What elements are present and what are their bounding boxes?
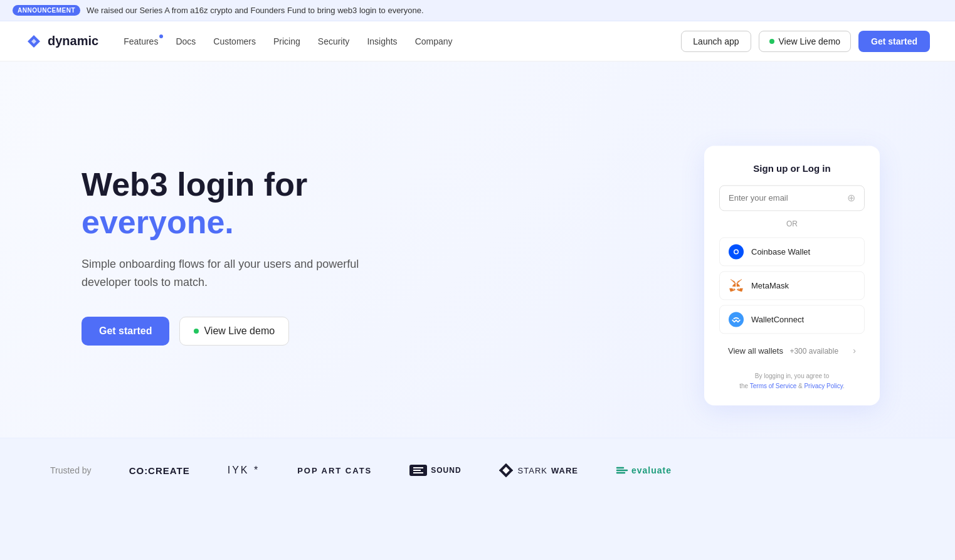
- live-indicator-dot: [769, 39, 774, 44]
- svg-marker-3: [737, 279, 742, 283]
- email-input[interactable]: [729, 193, 847, 203]
- privacy-policy-link[interactable]: Privacy Policy: [804, 383, 843, 389]
- svg-marker-5: [739, 288, 743, 292]
- view-all-wallets[interactable]: View all wallets +300 available ›: [719, 339, 865, 362]
- nav-company[interactable]: Company: [415, 36, 453, 46]
- svg-marker-8: [737, 283, 740, 287]
- walletconnect-icon: [729, 312, 744, 327]
- starkware-label: STARKWARE: [518, 466, 578, 475]
- view-live-demo-button[interactable]: View Live demo: [759, 31, 852, 52]
- trusted-row: Trusted by CO:CREATE IYK * POP ART CATS: [50, 463, 905, 477]
- view-all-wallets-arrow-icon: ›: [853, 346, 856, 356]
- features-dot: [159, 34, 163, 38]
- brand-popart: POP ART CATS: [297, 466, 372, 475]
- nav-security[interactable]: Security: [318, 36, 350, 46]
- hero-buttons: Get started View Live demo: [82, 317, 420, 346]
- nav-docs[interactable]: Docs: [176, 36, 196, 46]
- hero-subtext: Simple onboarding flows for all your use…: [82, 255, 420, 292]
- nav-links: Features Docs Customers Pricing Security…: [124, 36, 681, 46]
- nav-customers[interactable]: Customers: [213, 36, 256, 46]
- hero-heading: Web3 login for everyone.: [82, 166, 420, 241]
- coinbase-wallet-option[interactable]: Coinbase Wallet: [719, 237, 865, 266]
- hero-section: Web3 login for everyone. Simple onboardi…: [0, 61, 955, 438]
- navbar: dynamic Features Docs Customers Pricing …: [0, 21, 955, 61]
- svg-marker-9: [734, 288, 736, 291]
- walletconnect-wallet-name: WalletConnect: [751, 315, 804, 324]
- trusted-label: Trusted by: [50, 465, 92, 475]
- metamask-icon: [729, 278, 744, 293]
- view-all-wallets-count: +300 available: [789, 347, 838, 356]
- nav-pricing[interactable]: Pricing: [273, 36, 300, 46]
- coinbase-icon: [729, 244, 744, 259]
- email-input-wrap[interactable]: ⊕: [719, 185, 865, 211]
- get-started-hero-button[interactable]: Get started: [82, 317, 169, 346]
- brand-cocreate: CO:CREATE: [129, 465, 190, 476]
- metamask-wallet-name: MetaMask: [751, 281, 789, 290]
- terms-of-service-link[interactable]: Terms of Service: [750, 383, 796, 389]
- nav-features[interactable]: Features: [124, 36, 158, 46]
- coinbase-wallet-name: Coinbase Wallet: [751, 247, 810, 256]
- email-submit-icon: ⊕: [847, 192, 855, 204]
- brand-iyk: IYK *: [228, 465, 260, 476]
- sound-label: SOUND: [431, 466, 461, 475]
- announcement-text: We raised our Series A from a16z crypto …: [87, 6, 423, 15]
- or-divider: OR: [719, 219, 865, 228]
- brand-evaluate: evaluate: [616, 465, 672, 475]
- launch-app-button[interactable]: Launch app: [681, 31, 751, 52]
- evaluate-label: evaluate: [631, 465, 672, 475]
- logo[interactable]: dynamic: [25, 33, 98, 50]
- login-card-title: Sign up or Log in: [719, 163, 865, 174]
- svg-point-2: [735, 250, 738, 253]
- view-all-wallets-text: View all wallets: [728, 346, 783, 356]
- svg-marker-6: [730, 288, 734, 292]
- brand-logos: CO:CREATE IYK * POP ART CATS SOUND: [129, 463, 905, 477]
- login-card: Sign up or Log in ⊕ OR Coinbase Wallet: [704, 145, 880, 405]
- nav-insights[interactable]: Insights: [367, 36, 397, 46]
- view-demo-hero-button[interactable]: View Live demo: [179, 317, 289, 346]
- svg-marker-4: [731, 279, 736, 283]
- brand-starkware: STARKWARE: [499, 463, 578, 477]
- svg-marker-10: [737, 288, 739, 291]
- nav-actions: Launch app View Live demo Get started: [681, 31, 930, 52]
- terms-text: By logging in, you agree to the Terms of…: [719, 371, 865, 391]
- walletconnect-wallet-option[interactable]: WalletConnect: [719, 305, 865, 334]
- hero-left: Web3 login for everyone. Simple onboardi…: [82, 166, 420, 345]
- trusted-section: Trusted by CO:CREATE IYK * POP ART CATS: [0, 438, 955, 509]
- get-started-nav-button[interactable]: Get started: [858, 31, 930, 52]
- metamask-wallet-option[interactable]: MetaMask: [719, 271, 865, 300]
- live-indicator-hero-dot: [194, 329, 199, 334]
- announcement-bar: ANNOUNCEMENT We raised our Series A from…: [0, 0, 955, 21]
- svg-marker-7: [732, 283, 736, 287]
- logo-text: dynamic: [48, 34, 98, 48]
- brand-sound: SOUND: [409, 465, 461, 476]
- announcement-badge: ANNOUNCEMENT: [13, 5, 80, 16]
